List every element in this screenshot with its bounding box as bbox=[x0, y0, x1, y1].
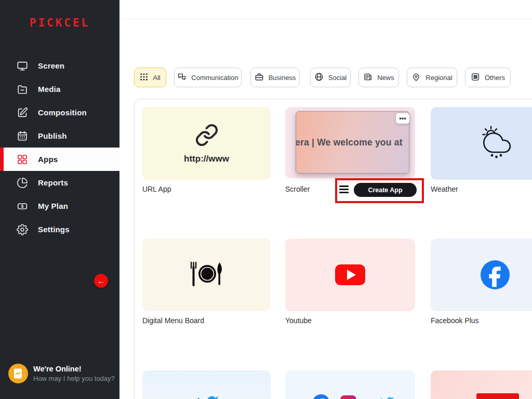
chat-subtitle: How may I help you today? bbox=[33, 375, 115, 382]
apps-panel: http://www URL App iera | We welcome you… bbox=[134, 99, 532, 399]
chat-bubbles-icon bbox=[177, 72, 187, 83]
filter-social[interactable]: Social bbox=[310, 68, 351, 87]
sidebar-item-composition[interactable]: Composition bbox=[0, 101, 119, 124]
sidebar-item-media[interactable]: Media bbox=[0, 77, 119, 101]
apps-box-icon bbox=[471, 72, 480, 83]
map-pin-icon bbox=[411, 72, 421, 83]
pie-chart-icon bbox=[17, 177, 28, 189]
app-card-partial-social-mix[interactable] bbox=[285, 370, 415, 399]
category-filters: All Communication Business Social News R… bbox=[119, 68, 532, 87]
sidebar-item-label: Apps bbox=[38, 155, 58, 164]
sidebar-item-label: Publish bbox=[38, 131, 67, 140]
link-icon bbox=[195, 123, 219, 149]
globe-icon bbox=[314, 72, 324, 83]
facebook-icon bbox=[481, 260, 510, 289]
filter-news[interactable]: News bbox=[358, 68, 399, 87]
app-window: PICKCEL Screen Media Composition bbox=[0, 0, 532, 399]
filter-label: Communication bbox=[191, 74, 238, 82]
sidebar-item-apps[interactable]: Apps bbox=[0, 148, 119, 171]
instagram-mini-icon bbox=[340, 395, 356, 399]
app-card-label: Digital Menu Board bbox=[142, 316, 204, 325]
plate-cutlery-icon bbox=[187, 261, 227, 289]
svg-text:$: $ bbox=[21, 204, 24, 209]
sidebar-item-publish[interactable]: Publish bbox=[0, 124, 119, 148]
folder-icon bbox=[17, 84, 28, 95]
app-card-facebook-plus[interactable] bbox=[431, 238, 532, 311]
app-card-label: Youtube bbox=[285, 316, 312, 325]
calendar-icon bbox=[17, 130, 28, 142]
filter-label: All bbox=[153, 74, 160, 82]
sidebar-item-label: Reports bbox=[38, 178, 68, 187]
sidebar-item-label: Settings bbox=[38, 225, 70, 234]
app-card-label: Weather bbox=[431, 185, 458, 193]
twitter-mini-icon bbox=[380, 395, 394, 399]
app-card-partial-video[interactable] bbox=[431, 370, 532, 399]
sidebar: PICKCEL Screen Media Composition bbox=[0, 0, 119, 399]
collapse-sidebar-button[interactable]: ← bbox=[94, 274, 108, 288]
sidebar-item-label: Media bbox=[38, 85, 61, 94]
facebook-mini-icon bbox=[312, 394, 330, 399]
arrow-left-icon: ← bbox=[97, 277, 105, 285]
app-card-label: Facebook Plus bbox=[431, 316, 479, 325]
chat-doc-icon bbox=[8, 364, 28, 383]
youtube-play-icon bbox=[335, 264, 365, 285]
grid-icon bbox=[17, 154, 28, 165]
chat-text: We're Online! How may I help you today? bbox=[33, 365, 115, 382]
sidebar-item-label: My Plan bbox=[38, 202, 68, 210]
filter-label: Regional bbox=[425, 74, 452, 82]
newspaper-icon bbox=[363, 72, 373, 83]
app-card-label: Scroller bbox=[285, 185, 310, 193]
sun-cloud-rain-icon bbox=[475, 124, 515, 163]
filter-business[interactable]: Business bbox=[250, 68, 300, 87]
sidebar-item-label: Screen bbox=[38, 61, 64, 70]
app-card-partial-twitter[interactable] bbox=[142, 370, 271, 399]
gear-icon bbox=[17, 224, 28, 235]
main-content: All Communication Business Social News R… bbox=[119, 0, 532, 399]
active-indicator bbox=[0, 148, 4, 171]
url-preview-text: http://www bbox=[184, 154, 229, 164]
sidebar-item-my-plan[interactable]: $ My Plan bbox=[0, 194, 119, 218]
grid-dots-icon bbox=[140, 73, 148, 83]
filter-all[interactable]: All bbox=[134, 68, 166, 87]
app-card-scroller[interactable]: iera | We welcome you at ••• bbox=[285, 107, 415, 178]
red-banner-icon bbox=[476, 393, 519, 399]
filter-label: News bbox=[377, 74, 394, 82]
annotation-highlight bbox=[335, 178, 424, 203]
twitter-bird-icon bbox=[195, 393, 219, 399]
ticket-icon: $ bbox=[17, 201, 28, 212]
app-card-url-app[interactable]: http://www bbox=[142, 107, 271, 180]
sidebar-item-reports[interactable]: Reports bbox=[0, 171, 119, 194]
filter-others[interactable]: Others bbox=[465, 68, 511, 87]
monitor-icon bbox=[17, 60, 28, 72]
app-card-label: URL App bbox=[142, 185, 171, 193]
sidebar-item-label: Composition bbox=[38, 108, 87, 117]
filter-label: Social bbox=[328, 74, 347, 82]
top-bar bbox=[119, 0, 532, 19]
app-card-digital-menu-board[interactable] bbox=[142, 238, 271, 311]
sidebar-item-settings[interactable]: Settings bbox=[0, 218, 119, 241]
briefcase-icon bbox=[255, 72, 264, 83]
chat-status: We're Online! bbox=[33, 365, 115, 373]
sidebar-nav: Screen Media Composition Publish bbox=[0, 54, 119, 241]
scroller-preview: iera | We welcome you at bbox=[296, 111, 409, 174]
filter-label: Business bbox=[269, 74, 296, 82]
app-card-weather[interactable] bbox=[431, 107, 532, 180]
chat-widget[interactable]: We're Online! How may I help you today? bbox=[8, 364, 115, 383]
app-card-youtube[interactable] bbox=[285, 238, 415, 311]
brand-logo: PICKCEL bbox=[0, 17, 119, 29]
filter-regional[interactable]: Regional bbox=[407, 68, 457, 87]
ellipsis-icon[interactable]: ••• bbox=[396, 113, 409, 124]
sidebar-item-screen[interactable]: Screen bbox=[0, 54, 119, 77]
scroller-preview-text: iera | We welcome you at bbox=[296, 137, 403, 148]
filter-communication[interactable]: Communication bbox=[174, 68, 242, 87]
edit-icon bbox=[17, 107, 28, 118]
filter-label: Others bbox=[485, 74, 505, 82]
